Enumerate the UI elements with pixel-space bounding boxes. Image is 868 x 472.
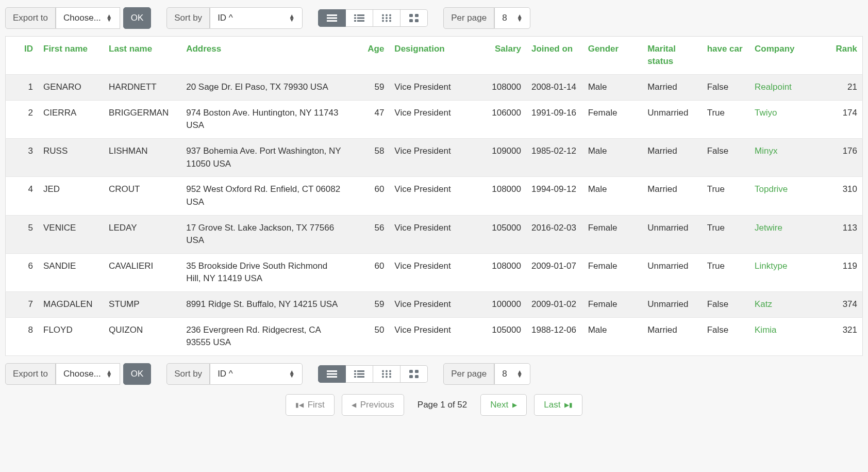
export-format-value: Choose... [63, 12, 101, 24]
cell-gender: Male [583, 75, 642, 101]
company-link[interactable]: Jetwire [755, 223, 782, 233]
svg-point-31 [382, 370, 384, 372]
toolbar-top: Export to Choose... ▲▼ OK Sort by ID ^ ▲… [5, 5, 863, 31]
svg-point-32 [386, 370, 388, 372]
previous-icon: ◀ [352, 401, 356, 409]
view-grid-large-button[interactable] [400, 365, 428, 383]
table-header-row: IDFirst nameLast nameAddressAgeDesignati… [6, 36, 863, 74]
cell-company[interactable]: Linktype [749, 253, 818, 291]
caret-updown-icon: ▲▼ [516, 14, 523, 22]
view-list-button[interactable] [346, 365, 373, 383]
export-ok-button[interactable]: OK [123, 363, 152, 385]
sort-select[interactable]: ID ^ ▲▼ [210, 7, 303, 29]
cell-salary: 108000 [473, 177, 526, 215]
view-grid-small-button[interactable] [373, 9, 400, 27]
cell-joined: 2009-01-02 [526, 292, 583, 318]
column-header[interactable]: Joined on [526, 36, 583, 74]
column-header[interactable]: have car [702, 36, 749, 74]
cell-designation: Vice President [389, 75, 473, 101]
cell-company[interactable]: Jetwire [749, 215, 818, 253]
view-list-dense-button[interactable] [318, 9, 346, 27]
cell-salary: 108000 [473, 253, 526, 291]
svg-rect-21 [415, 19, 419, 22]
export-group: Export to Choose... ▲▼ OK [5, 7, 151, 29]
export-format-select[interactable]: Choose... ▲▼ [56, 7, 120, 29]
sort-select[interactable]: ID ^ ▲▼ [210, 363, 303, 385]
perpage-value: 8 [502, 12, 507, 24]
svg-rect-29 [354, 376, 356, 378]
cell-designation: Vice President [389, 215, 473, 253]
next-icon: ▶ [512, 401, 517, 409]
cell-rank: 310 [818, 177, 863, 215]
page-first-button[interactable]: ▮◀ First [286, 394, 335, 416]
cell-rank: 174 [818, 100, 863, 138]
svg-rect-20 [409, 19, 413, 22]
svg-rect-6 [357, 17, 364, 19]
export-label: Export to [5, 363, 56, 385]
page-next-button[interactable]: Next ▶ [480, 394, 527, 416]
company-link[interactable]: Minyx [755, 146, 777, 156]
table-row: 8FLOYDQUIZON236 Evergreen Rd. Ridgecrest… [6, 317, 863, 355]
column-header[interactable]: Address [181, 36, 347, 74]
cell-first: GENARO [38, 75, 104, 101]
svg-point-16 [386, 20, 388, 22]
export-format-value: Choose... [63, 368, 101, 380]
perpage-select[interactable]: 8 ▲▼ [494, 7, 530, 29]
svg-point-39 [389, 376, 391, 378]
view-list-dense-button[interactable] [318, 365, 346, 383]
view-list-button[interactable] [346, 9, 373, 27]
export-ok-button[interactable]: OK [123, 7, 152, 29]
company-link[interactable]: Realpoint [755, 82, 792, 92]
cell-joined: 1985-02-12 [526, 139, 583, 177]
cell-age: 47 [348, 100, 390, 138]
column-header[interactable]: Designation [389, 36, 473, 74]
column-header[interactable]: Company [749, 36, 818, 74]
page-last-button[interactable]: Last ▶▮ [534, 394, 582, 416]
cell-company[interactable]: Topdrive [749, 177, 818, 215]
column-header[interactable]: ID [6, 36, 39, 74]
svg-rect-3 [354, 14, 356, 16]
cell-company[interactable]: Twiyo [749, 100, 818, 138]
cell-id: 7 [6, 292, 39, 318]
column-header[interactable]: Last name [104, 36, 181, 74]
perpage-select[interactable]: 8 ▲▼ [494, 363, 530, 385]
company-link[interactable]: Linktype [755, 261, 787, 271]
svg-point-35 [386, 373, 388, 375]
grid-small-icon [381, 14, 392, 22]
company-link[interactable]: Topdrive [755, 184, 788, 194]
page-status: Page 1 of 52 [411, 395, 473, 415]
cell-company[interactable]: Kimia [749, 317, 818, 355]
page-previous-button[interactable]: ◀ Previous [342, 394, 404, 416]
cell-rank: 113 [818, 215, 863, 253]
company-link[interactable]: Twiyo [755, 108, 777, 118]
cell-designation: Vice President [389, 292, 473, 318]
svg-point-11 [389, 14, 391, 16]
column-header[interactable]: Marital status [642, 36, 702, 74]
svg-point-33 [389, 370, 391, 372]
page-next-label: Next [490, 400, 508, 410]
perpage-group: Per page 8 ▲▼ [443, 7, 530, 29]
cell-marital: Unmarried [642, 253, 702, 291]
view-grid-small-button[interactable] [373, 365, 400, 383]
caret-updown-icon: ▲▼ [106, 370, 112, 378]
company-link[interactable]: Kimia [755, 325, 777, 335]
cell-rank: 374 [818, 292, 863, 318]
svg-rect-28 [357, 373, 364, 375]
cell-salary: 109000 [473, 139, 526, 177]
export-format-select[interactable]: Choose... ▲▼ [56, 363, 120, 385]
svg-rect-40 [409, 370, 413, 373]
cell-company[interactable]: Katz [749, 292, 818, 318]
column-header[interactable]: Age [348, 36, 390, 74]
list-icon [354, 14, 364, 22]
cell-last: CROUT [104, 177, 181, 215]
column-header[interactable]: Salary [473, 36, 526, 74]
column-header[interactable]: Rank [818, 36, 863, 74]
cell-company[interactable]: Minyx [749, 139, 818, 177]
view-grid-large-button[interactable] [400, 9, 428, 27]
column-header[interactable]: First name [38, 36, 104, 74]
page-first-label: First [308, 400, 325, 410]
column-header[interactable]: Gender [583, 36, 642, 74]
company-link[interactable]: Katz [755, 299, 772, 309]
cell-last: LEDAY [104, 215, 181, 253]
cell-company[interactable]: Realpoint [749, 75, 818, 101]
